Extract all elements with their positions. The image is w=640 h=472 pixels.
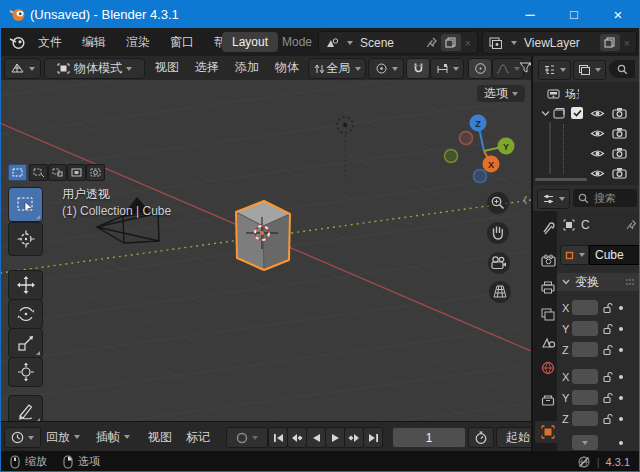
preview-range-button[interactable] xyxy=(468,427,494,448)
new-scene-button[interactable] xyxy=(441,34,461,51)
object-type-dropdown[interactable] xyxy=(560,245,589,265)
render-camera-icon[interactable] xyxy=(612,107,628,119)
viewport-3d[interactable]: Z Y X xyxy=(0,80,531,421)
jump-to-end-button[interactable] xyxy=(363,427,383,448)
hide-eye-icon[interactable] xyxy=(590,108,605,119)
tab-scene[interactable] xyxy=(537,331,559,353)
rotation-x-field[interactable] xyxy=(572,369,598,384)
scene-selector[interactable]: Scene × xyxy=(318,31,478,54)
menu-edit[interactable]: 编辑 xyxy=(72,28,116,56)
snap-toggle-button[interactable] xyxy=(406,58,430,79)
current-frame-field[interactable]: 1 xyxy=(392,427,466,448)
lock-open-icon[interactable] xyxy=(602,413,614,425)
frame-start-field[interactable]: 起始 xyxy=(496,427,531,448)
animate-dot[interactable] xyxy=(619,396,623,400)
animate-dot[interactable] xyxy=(619,348,623,352)
expand-chevron-icon[interactable] xyxy=(541,110,550,117)
light-object[interactable] xyxy=(337,117,353,177)
jump-to-start-button[interactable] xyxy=(268,427,288,448)
menu-render[interactable]: 渲染 xyxy=(116,28,160,56)
rotation-z-field[interactable] xyxy=(572,411,598,426)
menu-object[interactable]: 物体 xyxy=(270,56,304,79)
menu-keying[interactable]: 插帧 xyxy=(96,422,130,452)
next-keyframe-button[interactable] xyxy=(344,427,364,448)
tool-move[interactable] xyxy=(8,270,43,300)
tool-cursor[interactable] xyxy=(8,222,43,256)
lock-open-icon[interactable] xyxy=(602,371,614,383)
auto-keyframe-button[interactable] xyxy=(226,427,268,448)
animate-dot[interactable] xyxy=(619,375,623,379)
cube-object[interactable] xyxy=(236,201,290,270)
maximize-button[interactable]: □ xyxy=(552,0,596,28)
select-mode-set[interactable] xyxy=(8,164,27,181)
outliner-row-object[interactable] xyxy=(590,164,628,182)
outliner-scrollbar[interactable] xyxy=(549,122,551,174)
animate-dot[interactable] xyxy=(619,417,623,421)
lock-open-icon[interactable] xyxy=(602,392,614,404)
viewport-options-button[interactable]: 选项 xyxy=(477,85,525,102)
tab-view-layer[interactable] xyxy=(537,303,559,325)
select-mode-subtract[interactable] xyxy=(48,164,67,181)
object-name-field[interactable]: Cube xyxy=(589,245,640,265)
zoom-button[interactable] xyxy=(487,192,509,214)
proportional-editing-button[interactable] xyxy=(468,58,492,79)
outliner[interactable]: 场景集合 xyxy=(533,82,640,185)
menu-view[interactable]: 视图 xyxy=(150,56,184,79)
transform-orientation-dropdown[interactable]: 全局 xyxy=(308,58,366,79)
outliner-editor-type-button[interactable] xyxy=(538,60,571,80)
location-z-field[interactable] xyxy=(572,342,598,357)
select-mode-invert[interactable] xyxy=(67,164,86,181)
snap-with-dropdown[interactable] xyxy=(430,58,464,79)
workspace-tab-modeling[interactable]: Mode xyxy=(276,35,318,49)
menu-add[interactable]: 添加 xyxy=(230,56,264,79)
camera-view-button[interactable] xyxy=(488,252,510,274)
tool-rotate[interactable] xyxy=(8,299,43,329)
location-x-field[interactable] xyxy=(572,300,598,315)
properties-search-field[interactable]: 搜索 xyxy=(573,189,637,207)
menu-file[interactable]: 文件 xyxy=(28,28,72,56)
menu-playback[interactable]: 回放 xyxy=(46,422,80,452)
location-y-field[interactable] xyxy=(572,321,598,336)
menu-window[interactable]: 窗口 xyxy=(160,28,204,56)
navigation-gizmo[interactable]: Z Y X xyxy=(445,115,515,183)
tool-transform[interactable] xyxy=(8,357,43,387)
animate-dot[interactable] xyxy=(619,441,623,445)
timeline-editor-type-button[interactable] xyxy=(4,427,41,448)
play-button[interactable] xyxy=(325,427,345,448)
hide-eye-icon[interactable] xyxy=(590,168,605,179)
play-reverse-button[interactable] xyxy=(306,427,326,448)
collection-checkbox[interactable] xyxy=(571,107,583,119)
rotation-y-field[interactable] xyxy=(572,390,598,405)
gizmo-minus-y[interactable] xyxy=(445,150,458,163)
tab-tool[interactable] xyxy=(537,217,559,239)
pin-icon[interactable] xyxy=(626,219,637,231)
editor-type-button[interactable] xyxy=(4,58,41,79)
rotation-mode-dropdown[interactable] xyxy=(572,435,598,450)
lock-open-icon[interactable] xyxy=(602,302,614,314)
lock-open-icon[interactable] xyxy=(602,323,614,335)
outliner-row-object[interactable] xyxy=(590,124,628,142)
render-camera-icon[interactable] xyxy=(612,127,628,139)
hide-eye-icon[interactable] xyxy=(590,148,605,159)
hide-eye-icon[interactable] xyxy=(590,128,605,139)
outliner-row-scene-collection[interactable]: 场景集合 xyxy=(547,85,579,103)
minimize-button[interactable]: ─ xyxy=(508,0,552,28)
object-mode-dropdown[interactable]: 物体模式 xyxy=(44,58,145,79)
outliner-hscrollbar[interactable] xyxy=(535,178,587,181)
select-mode-extend[interactable] xyxy=(29,164,48,181)
menu-view[interactable]: 视图 xyxy=(148,422,172,452)
close-button[interactable]: × xyxy=(596,0,640,28)
viewlayer-selector[interactable]: ViewLayer × xyxy=(482,31,637,54)
workspace-tab-layout[interactable]: Layout xyxy=(222,32,278,52)
render-camera-icon[interactable] xyxy=(612,147,628,159)
tab-output[interactable] xyxy=(537,276,559,298)
lock-open-icon[interactable] xyxy=(602,344,614,356)
transform-panel-header[interactable]: 变换 xyxy=(557,273,640,291)
outliner-search-button[interactable] xyxy=(609,60,635,78)
new-viewlayer-button[interactable] xyxy=(600,34,620,51)
pan-hand-button[interactable] xyxy=(487,222,509,244)
menu-select[interactable]: 选择 xyxy=(190,56,224,79)
tab-world[interactable] xyxy=(537,357,559,379)
animate-dot[interactable] xyxy=(619,327,623,331)
tab-render[interactable] xyxy=(537,249,559,271)
